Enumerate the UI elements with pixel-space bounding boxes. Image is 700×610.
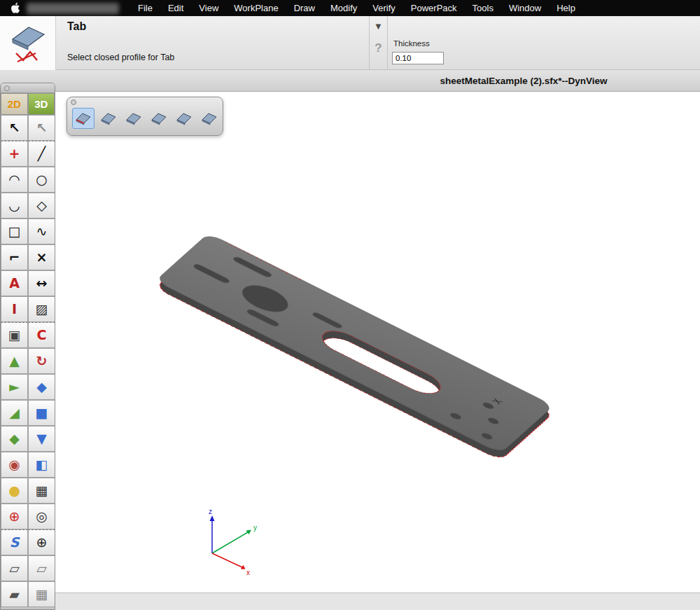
mode-2d-button[interactable]: 2D	[1, 93, 28, 115]
menu-item-edit[interactable]: Edit	[162, 1, 190, 15]
cube-solid-tool[interactable]: ■	[28, 400, 55, 426]
arc-tool[interactable]: ◠	[1, 167, 28, 193]
x-axis-label: x	[246, 569, 250, 576]
sheet-metal-toolbar-header[interactable]	[67, 97, 223, 106]
hatch-tool[interactable]: ▨	[28, 296, 55, 322]
extrude-tool-icon: ▼	[36, 432, 47, 445]
sheetmetal-flange-button[interactable]	[97, 108, 120, 129]
revolve-tool[interactable]: ◉	[1, 452, 28, 478]
y-axis	[212, 532, 248, 553]
facet-tool[interactable]: ◆	[1, 426, 28, 452]
apple-logo-icon	[10, 2, 20, 14]
sphere-tool[interactable]: ●	[1, 478, 28, 504]
display-wireframe-tool-icon: ▱	[9, 562, 20, 575]
app-name-blurred	[27, 3, 119, 14]
sheet-metal-toolbar[interactable]	[66, 97, 223, 136]
collapse-options-button[interactable]: ▼	[374, 21, 383, 32]
menu-item-draw[interactable]: Draw	[288, 1, 321, 15]
menu-item-file[interactable]: File	[132, 1, 159, 15]
tool-grid: ↖↖+╱◠○◡◇□∿⌐×A↔I▨▣C▲↻►◆◢■◆▼◉◧●▦⊕◎S⊕▱▱▰▦	[1, 115, 55, 607]
boolean-subtract-tool[interactable]: ◧	[28, 452, 55, 478]
display-wireframe-tool[interactable]: ▱	[1, 555, 28, 581]
ramp-surface-tool-icon: ◢	[9, 406, 20, 420]
sheet-metal-toolbar-close-button[interactable]	[71, 99, 76, 105]
zoom-tool[interactable]: ⊕	[28, 529, 55, 555]
magnet-snap-tool[interactable]: C	[28, 322, 55, 348]
delete-segment-tool[interactable]: ×	[28, 244, 55, 270]
offset-copy-tool[interactable]: ▣	[1, 322, 28, 348]
menu-item-verify[interactable]: Verify	[366, 1, 402, 15]
text-tool[interactable]: A	[1, 270, 28, 296]
rotate-view-tool-icon: ↻	[36, 354, 48, 368]
options-side-column: ▼ ?	[369, 16, 388, 70]
active-tool-icon-box	[0, 16, 56, 70]
dimension-tool[interactable]: ↔	[28, 270, 55, 296]
sheet-metal-part[interactable]	[155, 233, 554, 460]
palette-resize-handle[interactable]: ▦	[28, 581, 55, 607]
push-direction-tool[interactable]: ►	[1, 374, 28, 400]
sheetmetal-hem-button[interactable]	[122, 108, 145, 129]
facet-tool-icon: ◆	[9, 432, 20, 445]
cone-tool-icon: ▲	[9, 354, 20, 368]
menu-item-tools[interactable]: Tools	[466, 1, 500, 15]
document-title: sheetMetalExample (2).sfx*--DynView	[440, 70, 607, 92]
revolve-tool-icon: ◉	[8, 458, 20, 471]
sheetmetal-bend-button[interactable]	[148, 108, 170, 129]
spline-tool[interactable]: ∿	[28, 219, 55, 244]
sheetmetal-face-button[interactable]	[173, 108, 195, 129]
axis-triad: z y x	[209, 508, 257, 576]
display-shaded-tool[interactable]: ▰	[1, 581, 28, 607]
menu-item-window[interactable]: Window	[503, 1, 547, 15]
magnet-snap-tool-icon: C	[37, 328, 47, 342]
menu-item-help[interactable]: Help	[550, 1, 582, 15]
tool-title: Tab	[67, 20, 86, 33]
menu-bar: FileEditViewWorkPlaneDrawModifyVerifyPow…	[0, 0, 700, 16]
point-tool[interactable]: +	[1, 141, 28, 167]
document-title-bar: sheetMetalExample (2).sfx*--DynView	[0, 70, 700, 92]
trim-tool[interactable]: ⌐	[1, 244, 28, 270]
arc-tool-icon: ◠	[8, 173, 20, 186]
dimension-tool-icon: ↔	[36, 277, 48, 290]
sheetmetal-face-icon	[175, 111, 193, 126]
thickness-input[interactable]	[392, 52, 444, 64]
display-shaded-tool-icon: ▰	[9, 588, 20, 601]
text-insert-tool[interactable]: I	[1, 296, 28, 322]
line-tool[interactable]: ╱	[28, 141, 55, 167]
rotate-view-tool[interactable]: ↻	[28, 348, 55, 374]
curve-tool[interactable]: ◡	[1, 193, 28, 219]
select-tool-icon: ↖	[9, 121, 20, 134]
help-button[interactable]: ?	[374, 41, 382, 55]
tool-options-bar: Tab Select closed profile for Tab ▼ ? Th…	[0, 16, 700, 70]
pattern-array-tool-icon: ▦	[36, 484, 48, 497]
menu-item-modify[interactable]: Modify	[324, 1, 363, 15]
spiral-tool[interactable]: S	[1, 529, 28, 555]
target-point-tool[interactable]: ⊕	[1, 504, 28, 529]
sheetmetal-rip-icon	[200, 111, 218, 126]
select-open-tool[interactable]: ↖	[28, 115, 55, 141]
menu-item-powerpack[interactable]: PowerPack	[405, 1, 463, 15]
sheetmetal-rip-button[interactable]	[198, 108, 220, 129]
sheetmetal-tab-button[interactable]	[72, 108, 94, 129]
cone-tool[interactable]: ▲	[1, 348, 28, 374]
palette-header[interactable]	[1, 83, 55, 93]
pattern-array-tool[interactable]: ▦	[28, 478, 55, 504]
display-hidden-line-tool[interactable]: ▱	[28, 555, 55, 581]
menu-item-workplane[interactable]: WorkPlane	[227, 1, 284, 15]
circle-tool[interactable]: ○	[28, 167, 55, 193]
sphere-tool-icon: ●	[8, 484, 20, 497]
menu-item-view[interactable]: View	[192, 1, 225, 15]
thickness-label: Thickness	[393, 39, 430, 48]
ramp-surface-tool[interactable]: ◢	[1, 400, 28, 426]
polygon-tool[interactable]: ◇	[28, 193, 55, 219]
apple-menu-icon[interactable]	[10, 2, 20, 14]
rectangle-tool[interactable]: □	[1, 219, 28, 244]
fan-surface-tool[interactable]: ◆	[28, 374, 55, 400]
drawing-viewport[interactable]: z y x	[55, 92, 700, 610]
delete-segment-tool-icon: ×	[36, 251, 48, 264]
mode-3d-button[interactable]: 3D	[28, 93, 55, 115]
palette-close-button[interactable]	[4, 85, 10, 91]
select-tool[interactable]: ↖	[1, 115, 28, 141]
fan-surface-tool-icon: ◆	[36, 380, 47, 394]
extrude-tool[interactable]: ▼	[28, 426, 55, 452]
camera-tool[interactable]: ◎	[28, 504, 55, 529]
